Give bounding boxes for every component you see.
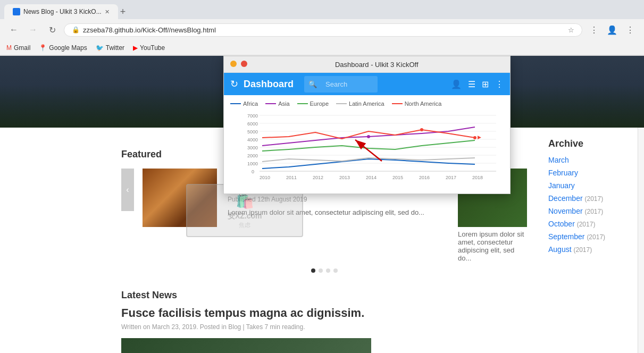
article-title[interactable]: Fusce facilisis tempus magna ac dignissi… [121,306,527,320]
dashboard-titlebar: Dashboard - Ulkit 3 KickOff [224,56,510,73]
secure-icon: 🔒 [72,26,80,33]
archive-link-march[interactable]: March [548,156,623,164]
bookmark-twitter-label: Twitter [106,44,124,52]
active-tab[interactable]: News Blog - Ulkit 3 KickO... ✕ [4,4,118,19]
tab-close-button[interactable]: ✕ [105,9,110,15]
article-meta-text: Written on March 23, 2019. Posted in Blo… [121,323,305,331]
forward-button[interactable]: → [26,22,40,37]
new-tab-button[interactable]: + [120,6,126,18]
archive-link-november[interactable]: November (2017) [548,207,623,215]
menu-dots-icon[interactable]: ⋮ [495,79,504,89]
carousel-dot-2[interactable] [319,268,323,273]
bookmark-maps-label: Google Maps [49,44,87,52]
legend-africa: Africa [230,100,258,107]
archive-link-october[interactable]: October (2017) [548,220,623,228]
address-bar[interactable]: 🔒 zzseba78.github.io/Kick-Off//newsBlog.… [64,23,582,37]
browser-chrome: News Blog - Ulkit 3 KickO... ✕ + ← → ↻ 🔒… [0,0,644,56]
svg-text:2000: 2000 [247,153,258,158]
youtube-icon: ▶ [133,44,138,52]
chart-legend: Africa Asia Europe Latin America North A… [230,100,504,107]
browser-toolbar-right: ⋮ 👤 ⋮ [587,22,638,37]
legend-latin-america-label: Latin America [349,100,384,107]
back-button[interactable]: ← [6,22,21,37]
line-chart: 7000 6000 5000 4000 3000 2000 1000 0 [230,111,501,186]
list-icon[interactable]: ☰ [468,79,475,89]
twitter-icon: 🐦 [96,44,104,52]
article-meta: Written on March 23, 2019. Posted in Blo… [121,323,527,331]
legend-europe: Europe [297,100,329,107]
legend-europe-label: Europe [310,100,329,107]
legend-north-america-color [392,103,403,104]
svg-text:2015: 2015 [392,175,403,180]
carousel-dot-4[interactable] [333,268,338,273]
logout-icon[interactable]: ⊞ [482,79,489,89]
carousel-dot-1[interactable] [311,268,315,273]
dashboard-window-title: Dashboard - Ulkit 3 KickOff [249,61,504,69]
dashboard-header-icons: 👤 ☰ ⊞ ⋮ [451,79,504,89]
legend-asia-color [265,103,276,104]
bookmark-maps[interactable]: 📍 Google Maps [39,44,87,52]
page-content: GO TO ARTICLE Featured ‹ TRENDS Short Bl… [0,56,644,353]
carousel-prev-button[interactable]: ‹ [121,169,134,211]
window-controls [230,60,249,69]
legend-latin-america: Latin America [336,100,384,107]
legend-asia-label: Asia [278,100,289,107]
legend-asia: Asia [265,100,289,107]
window-close-button[interactable] [241,61,247,67]
legend-europe-color [297,103,308,104]
bookmark-twitter[interactable]: 🐦 Twitter [96,44,124,52]
user-icon[interactable]: 👤 [451,79,462,89]
carousel-dots [121,262,527,279]
menu-button[interactable]: ⋮ [623,22,638,37]
bookmark-gmail[interactable]: M Gmail [6,44,30,52]
legend-latin-america-color [336,103,347,104]
svg-text:2016: 2016 [419,175,430,180]
bookmark-youtube-label: YouTube [140,44,165,52]
extensions-button[interactable]: ⋮ [587,22,601,37]
bookmarks-bar: M Gmail 📍 Google Maps 🐦 Twitter ▶ YouTub… [0,40,644,55]
archive-link-december[interactable]: December (2017) [548,194,623,203]
article-image [121,338,371,353]
tab-bar: News Blog - Ulkit 3 KickO... ✕ + [0,0,644,19]
svg-text:7000: 7000 [247,113,258,119]
window-minimize-button[interactable] [230,61,237,67]
svg-text:4000: 4000 [247,137,258,142]
svg-text:5000: 5000 [247,129,258,135]
svg-text:0: 0 [252,169,254,174]
watermark-icon: 🛍️ [236,192,254,209]
profile-button[interactable]: 👤 [605,22,620,37]
reload-button[interactable]: ↻ [45,22,60,37]
gmail-icon: M [6,44,12,52]
bookmark-gmail-label: Gmail [14,44,30,52]
legend-africa-label: Africa [243,100,258,107]
svg-text:2012: 2012 [313,175,323,180]
archive-link-august[interactable]: August (2017) [548,245,623,254]
legend-north-america-label: North America [405,100,442,107]
archive-title: Archive [548,138,623,149]
archive-link-september[interactable]: September (2017) [548,232,623,241]
svg-point-26 [420,128,423,131]
svg-text:2017: 2017 [446,175,456,180]
dashboard-window: Dashboard - Ulkit 3 KickOff ↻ Dashboard … [223,56,511,194]
tab-title: News Blog - Ulkit 3 KickO... [23,8,102,15]
browser-toolbar: ← → ↻ 🔒 zzseba78.github.io/Kick-Off//new… [0,19,644,40]
bookmark-youtube[interactable]: ▶ YouTube [133,44,165,52]
svg-text:▶: ▶ [478,135,481,140]
dashboard-search-input[interactable] [320,78,373,91]
archive-link-february[interactable]: February [548,169,623,177]
dashboard-logo-text: Dashboard [244,79,294,90]
archive-link-january[interactable]: January [548,181,623,190]
svg-text:2013: 2013 [339,175,350,180]
latest-news-title: Latest News [121,290,527,301]
svg-text:2010: 2010 [260,175,270,180]
svg-text:6000: 6000 [247,121,258,127]
svg-text:3000: 3000 [247,145,258,150]
dashboard-search-container[interactable]: 🔍 [304,76,378,93]
sidebar: Archive March February January December … [538,128,644,353]
carousel-dot-3[interactable] [326,268,330,273]
svg-text:2014: 2014 [366,175,377,180]
star-icon[interactable]: ☆ [568,26,574,34]
address-text: zzseba78.github.io/Kick-Off//newsBlog.ht… [83,26,216,34]
svg-point-27 [473,136,476,139]
maps-icon: 📍 [39,44,47,52]
